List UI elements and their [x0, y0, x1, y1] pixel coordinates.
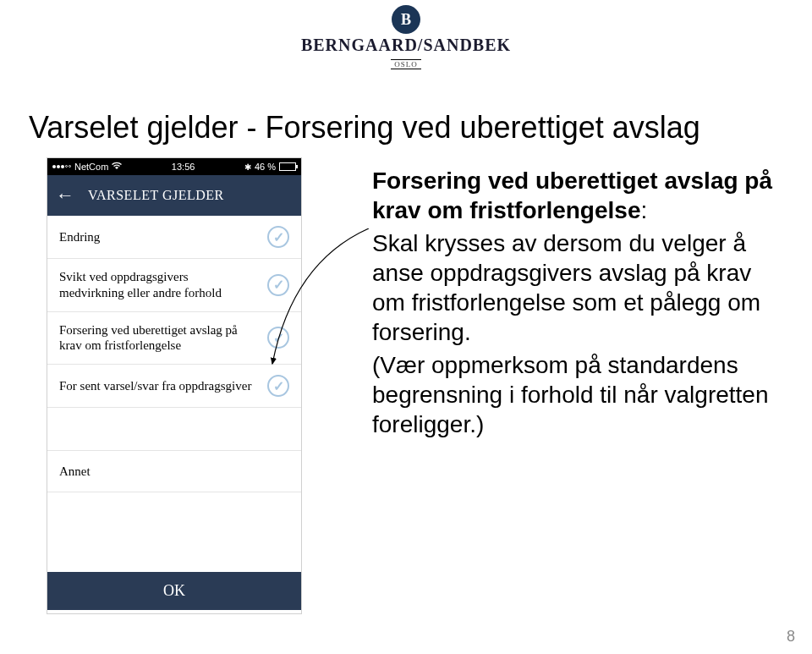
page-number: 8	[787, 628, 795, 646]
list-gap	[47, 408, 301, 450]
list-item-for-sent[interactable]: For sent varsel/svar fra oppdragsgiver	[47, 365, 301, 408]
signal-icon	[52, 165, 71, 168]
battery-icon	[279, 162, 296, 171]
ok-label: OK	[163, 582, 185, 599]
nav-title: VARSELET GJELDER	[88, 188, 224, 203]
body-heading: Forsering ved uberettiget avslag på krav…	[372, 168, 772, 223]
list-item-forsering[interactable]: Forsering ved uberettiget avslag på krav…	[47, 312, 301, 365]
nav-header: ← VARSELET GJELDER	[47, 175, 301, 216]
ok-button[interactable]: OK	[47, 572, 301, 610]
list-item-label: Forsering ved uberettiget avslag på krav…	[59, 322, 254, 354]
phone-screenshot: NetCom 13:56 ✱ 46 % ← VARSELET GJELDER E…	[47, 157, 302, 614]
list-item-label: Annet	[59, 464, 91, 480]
body-para2: (Vær oppmerksom på standardens begrensni…	[372, 350, 778, 439]
list-item-label: Svikt ved oppdragsgivers medvirkning ell…	[59, 269, 254, 301]
carrier-label: NetCom	[74, 162, 108, 172]
bluetooth-icon: ✱	[244, 162, 251, 172]
body-text: Forsering ved uberettiget avslag på krav…	[372, 166, 778, 442]
list-item-label: Endring	[59, 229, 100, 245]
status-right: ✱ 46 %	[244, 162, 296, 172]
list-spacer	[47, 492, 301, 572]
logo-city: OSLO	[391, 59, 421, 69]
status-bar: NetCom 13:56 ✱ 46 %	[47, 158, 301, 175]
list-item-annet[interactable]: Annet	[47, 450, 301, 492]
logo-area: B BERNGAARD/SANDBEK OSLO	[0, 5, 812, 70]
status-left: NetCom	[52, 162, 122, 172]
battery-pct: 46 %	[255, 162, 276, 172]
check-icon[interactable]	[267, 274, 289, 296]
wifi-icon	[112, 162, 122, 172]
logo-letter: B	[401, 11, 411, 29]
list-item-label: For sent varsel/svar fra oppdragsgiver	[59, 378, 251, 394]
check-icon[interactable]	[267, 375, 289, 397]
options-list: Endring Svikt ved oppdragsgivers medvirk…	[47, 216, 301, 492]
body-para1: Skal krysses av dersom du velger å anse …	[372, 228, 778, 347]
check-icon[interactable]	[267, 226, 289, 248]
check-icon[interactable]	[267, 327, 289, 349]
list-item-endring[interactable]: Endring	[47, 216, 301, 259]
slide-title: Varselet gjelder - Forsering ved uberett…	[29, 110, 700, 146]
list-item-svikt[interactable]: Svikt ved oppdragsgivers medvirkning ell…	[47, 259, 301, 312]
back-icon[interactable]: ←	[56, 184, 74, 206]
status-time: 13:56	[172, 162, 195, 172]
logo-badge: B	[392, 5, 420, 34]
logo-company: BERNGAARD/SANDBEK	[0, 36, 812, 55]
